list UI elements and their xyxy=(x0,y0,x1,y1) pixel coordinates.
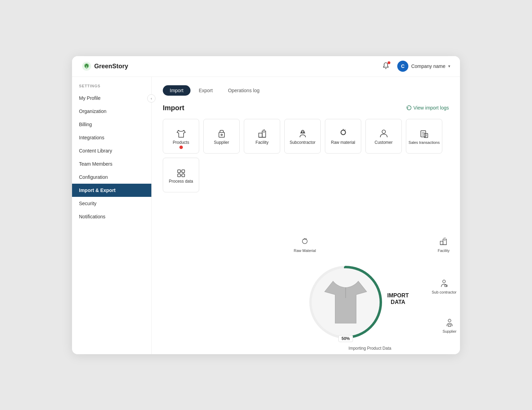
header: GreenStory C Company name ▾ xyxy=(72,56,460,77)
view-logs-label: View import logs xyxy=(414,105,449,111)
svg-line-14 xyxy=(345,130,345,130)
import-card-supplier[interactable]: Supplier xyxy=(203,119,240,154)
import-card-label: Supplier xyxy=(214,140,229,145)
svg-point-46 xyxy=(311,268,380,337)
subcontractor-label: Sub contractor xyxy=(432,290,456,294)
import-card-sales-transactions[interactable]: Sales transactions xyxy=(406,119,442,154)
svg-line-33 xyxy=(306,238,307,239)
raw-material-surrounding: Raw Material xyxy=(294,236,316,253)
svg-rect-34 xyxy=(440,241,443,245)
sidebar-item-notifications[interactable]: Notifications xyxy=(72,210,151,223)
raw-material-surrounding-icon xyxy=(299,236,310,247)
sidebar-item-organization[interactable]: Organization xyxy=(72,105,151,118)
facility-surrounding-icon xyxy=(438,236,449,247)
chevron-down-icon: ▾ xyxy=(448,64,450,69)
progress-arc xyxy=(308,264,384,340)
sidebar-item-label: My Profile xyxy=(79,95,100,101)
customer-icon xyxy=(378,128,390,140)
sidebar-item-integrations[interactable]: Integrations xyxy=(72,131,151,144)
svg-point-45 xyxy=(311,268,380,337)
sidebar-item-my-profile[interactable]: My Profile xyxy=(72,91,151,105)
import-grid: Products Supplier xyxy=(163,119,449,192)
sidebar-item-label: Billing xyxy=(79,122,92,127)
supplier-icon xyxy=(215,128,228,140)
import-card-process-data[interactable]: Process data xyxy=(163,158,199,192)
supplier-surrounding-icon xyxy=(444,317,455,328)
tab-import[interactable]: Import xyxy=(163,85,190,96)
svg-point-12 xyxy=(341,130,346,135)
sidebar-item-label: Organization xyxy=(79,108,106,114)
supplier-label: Supplier xyxy=(443,329,456,333)
supplier-surrounding: Supplier xyxy=(443,317,456,333)
subcontractor-icon xyxy=(296,128,309,140)
tshirt-circle xyxy=(312,268,380,336)
svg-point-40 xyxy=(443,280,445,283)
notifications-button[interactable] xyxy=(381,61,391,72)
sales-transactions-icon xyxy=(418,128,431,140)
sidebar-item-import-export[interactable]: Import & Export xyxy=(72,184,151,197)
header-right: C Company name ▾ xyxy=(381,61,450,72)
subcontractor-surrounding-icon xyxy=(438,278,450,289)
tab-operations-log[interactable]: Operations log xyxy=(221,85,266,96)
sidebar-item-label: Configuration xyxy=(79,174,108,180)
sidebar-collapse-button[interactable]: ‹ xyxy=(147,94,156,103)
page-header: Import View import logs xyxy=(163,104,449,112)
sidebar-item-configuration[interactable]: Configuration xyxy=(72,171,151,184)
sidebar-item-security[interactable]: Security xyxy=(72,197,151,210)
raw-material-icon xyxy=(337,128,349,140)
company-menu-button[interactable]: C Company name ▾ xyxy=(397,61,450,72)
facility-icon xyxy=(256,128,268,140)
sidebar-item-content-library[interactable]: Content Library xyxy=(72,144,151,157)
importing-product-data-text: Importing Product Data xyxy=(348,346,391,351)
import-card-label: Process data xyxy=(169,179,193,184)
raw-material-label: Raw Material xyxy=(294,248,316,253)
import-card-label: Subcontractor xyxy=(290,140,316,145)
process-data-icon xyxy=(175,166,187,179)
page-title: Import xyxy=(163,104,184,112)
sidebar-item-billing[interactable]: Billing xyxy=(72,118,151,131)
svg-rect-26 xyxy=(182,174,185,177)
import-card-customer[interactable]: Customer xyxy=(365,119,402,154)
app-container: GreenStory C Company name ▾ S xyxy=(72,56,460,354)
logo-text: GreenStory xyxy=(94,63,128,70)
refresh-icon xyxy=(406,105,412,111)
sidebar-item-label: Security xyxy=(79,201,97,206)
svg-rect-1 xyxy=(219,132,224,137)
import-card-subcontractor[interactable]: Subcontractor xyxy=(284,119,321,154)
svg-point-15 xyxy=(382,130,385,133)
sidebar-item-label: Integrations xyxy=(79,135,104,140)
sidebar-item-team-members[interactable]: Team Members xyxy=(72,157,151,171)
facility-surrounding: Facility xyxy=(438,236,450,253)
import-card-raw-material[interactable]: Raw material xyxy=(325,119,361,154)
import-card-facility[interactable]: Facility xyxy=(244,119,280,154)
svg-rect-35 xyxy=(443,239,446,245)
main-layout: SETTINGS ‹ My Profile Organization Billi… xyxy=(72,77,460,354)
percent-badge: 50% xyxy=(338,335,353,342)
import-card-label: Raw material xyxy=(331,140,355,145)
view-import-logs-link[interactable]: View import logs xyxy=(406,105,449,111)
tab-bar: Import Export Operations log xyxy=(163,85,449,96)
svg-rect-24 xyxy=(182,170,185,173)
sidebar: SETTINGS ‹ My Profile Organization Billi… xyxy=(72,77,152,354)
import-card-label: Sales transactions xyxy=(409,140,440,145)
svg-rect-44 xyxy=(448,325,451,326)
svg-point-43 xyxy=(448,319,451,322)
svg-rect-23 xyxy=(178,170,180,173)
logo-area: GreenStory xyxy=(82,61,128,71)
illustration-area: Raw Material Facility xyxy=(280,229,460,354)
import-data-text: IMPORTDATA xyxy=(387,292,409,305)
tab-export[interactable]: Export xyxy=(192,85,220,96)
sidebar-section-label: SETTINGS xyxy=(72,84,151,91)
notification-dot xyxy=(388,61,390,64)
import-card-products[interactable]: Products xyxy=(163,119,199,154)
import-card-label: Facility xyxy=(256,140,268,145)
tshirt-icon xyxy=(175,128,187,140)
sidebar-item-label: Import & Export xyxy=(79,187,116,193)
subcontractor-surrounding: Sub contractor xyxy=(432,278,456,294)
svg-rect-41 xyxy=(445,285,447,287)
tshirt-large-icon xyxy=(318,273,373,332)
progress-circle-container: 50% xyxy=(308,264,384,340)
import-card-label: Customer xyxy=(374,140,392,145)
company-avatar: C xyxy=(397,61,408,72)
facility-label: Facility xyxy=(438,248,450,253)
